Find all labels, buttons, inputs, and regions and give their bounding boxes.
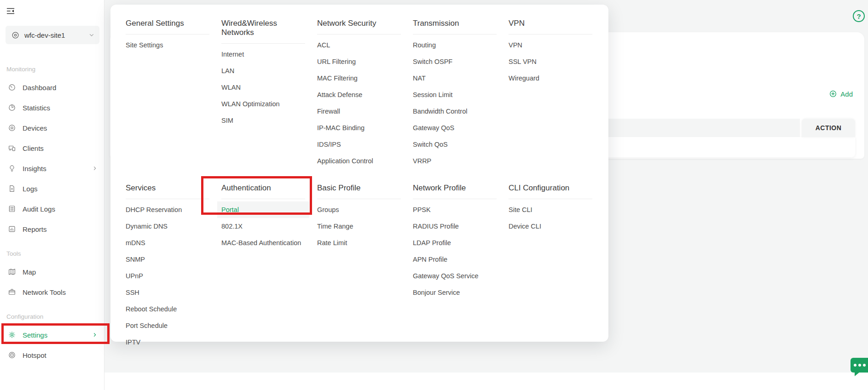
sidebar-item-label: Statistics <box>23 104 50 112</box>
lightbulb-icon <box>8 164 16 172</box>
menu-item-reboot-schedule[interactable]: Reboot Schedule <box>126 301 209 317</box>
sidebar-item-statistics[interactable]: Statistics <box>0 98 104 118</box>
sidebar-item-insights[interactable]: Insights <box>0 158 104 178</box>
menu-item-acl[interactable]: ACL <box>317 37 401 53</box>
menu-item-portal[interactable]: Portal <box>217 201 309 218</box>
chevron-down-icon <box>88 32 95 38</box>
menu-item-radius-profile[interactable]: RADIUS Profile <box>413 218 497 235</box>
menu-item-switch-qos[interactable]: Switch QoS <box>413 136 497 153</box>
help-glyph: ? <box>856 12 861 20</box>
menu-group-title: Network Security <box>317 17 401 34</box>
menu-item-vrrp[interactable]: VRRP <box>413 153 497 169</box>
menu-item-mac-filtering[interactable]: MAC Filtering <box>317 70 401 86</box>
menu-item-mdns[interactable]: mDNS <box>126 235 209 251</box>
menu-item-mac-based-authentication[interactable]: MAC-Based Authentication <box>221 235 305 251</box>
add-label: Add <box>840 90 853 98</box>
sidebar-item-reports[interactable]: Reports <box>0 219 104 239</box>
section-label-tools: Tools <box>6 250 104 257</box>
menu-item-gateway-qos-service[interactable]: Gateway QoS Service <box>413 268 497 284</box>
menu-group-title: General Settings <box>126 17 209 34</box>
menu-item-lan[interactable]: LAN <box>221 63 305 79</box>
menu-item-port-schedule[interactable]: Port Schedule <box>126 317 209 334</box>
site-icon <box>11 31 20 40</box>
menu-item-rate-limit[interactable]: Rate Limit <box>317 235 401 251</box>
add-button[interactable]: Add <box>829 90 853 98</box>
menu-item-wlan-optimization[interactable]: WLAN Optimization <box>221 96 305 112</box>
menu-item-vpn[interactable]: VPN <box>509 37 592 53</box>
menu-item-ssl-vpn[interactable]: SSL VPN <box>509 53 592 70</box>
menu-group-transmission: Transmission Routing Switch OSPF NAT Ses… <box>413 17 509 182</box>
site-name: wfc-dev-site1 <box>24 31 88 39</box>
menu-group-title: Services <box>126 182 209 199</box>
menu-item-session-limit[interactable]: Session Limit <box>413 86 497 103</box>
menu-item-nat[interactable]: NAT <box>413 70 497 86</box>
menu-item-apn-profile[interactable]: APN Profile <box>413 251 497 268</box>
sidebar-item-map[interactable]: Map <box>0 262 104 282</box>
chat-bubble-tail <box>855 372 860 376</box>
sidebar-item-clients[interactable]: Clients <box>0 138 104 158</box>
sidebar-item-label: Settings <box>23 331 47 339</box>
gear-icon <box>8 331 16 339</box>
menu-item-application-control[interactable]: Application Control <box>317 153 401 169</box>
client-devices-icon <box>8 144 16 152</box>
menu-item-time-range[interactable]: Time Range <box>317 218 401 235</box>
menu-group-wired-wireless-networks: Wired&Wireless Networks Internet LAN WLA… <box>221 17 317 182</box>
menu-item-firewall[interactable]: Firewall <box>317 103 401 120</box>
menu-item-sim[interactable]: SIM <box>221 112 305 129</box>
sidebar-item-label: Network Tools <box>23 288 66 296</box>
sidebar-item-label: Hotspot <box>23 351 46 359</box>
menu-item-groups[interactable]: Groups <box>317 201 401 218</box>
sidebar-item-label: Map <box>23 268 36 276</box>
map-icon <box>8 268 16 276</box>
menu-item-ppsk[interactable]: PPSK <box>413 201 497 218</box>
menu-item-gateway-qos[interactable]: Gateway QoS <box>413 120 497 136</box>
sidebar-item-audit-logs[interactable]: Audit Logs <box>0 199 104 219</box>
menu-item-url-filtering[interactable]: URL Filtering <box>317 53 401 70</box>
menu-item-bonjour-service[interactable]: Bonjour Service <box>413 284 497 301</box>
menu-item-wlan[interactable]: WLAN <box>221 79 305 96</box>
menu-item-site-cli[interactable]: Site CLI <box>509 201 592 218</box>
menu-item-bandwidth-control[interactable]: Bandwidth Control <box>413 103 497 120</box>
menu-group-vpn: VPN VPN SSL VPN Wireguard <box>509 17 604 182</box>
menu-item-ids-ips[interactable]: IDS/IPS <box>317 136 401 153</box>
bar-chart-icon <box>8 225 16 233</box>
sidebar-item-hotspot[interactable]: Hotspot <box>0 345 104 365</box>
menu-item-site-settings[interactable]: Site Settings <box>126 37 209 53</box>
list-box-icon <box>8 205 16 213</box>
menu-item-routing[interactable]: Routing <box>413 37 497 53</box>
chat-dot <box>858 364 861 367</box>
sidebar-item-devices[interactable]: Devices <box>0 118 104 138</box>
sidebar-item-network-tools[interactable]: Network Tools <box>0 282 104 302</box>
menu-item-wireguard[interactable]: Wireguard <box>509 70 592 86</box>
section-label-configuration: Configuration <box>6 313 104 320</box>
site-selector[interactable]: wfc-dev-site1 <box>6 26 99 44</box>
menu-item-ldap-profile[interactable]: LDAP Profile <box>413 235 497 251</box>
menu-item-snmp[interactable]: SNMP <box>126 251 209 268</box>
chevron-right-icon <box>92 166 98 171</box>
menu-group-authentication: Authentication Portal 802.1X MAC-Based A… <box>221 182 317 350</box>
menu-item-attack-defense[interactable]: Attack Defense <box>317 86 401 103</box>
menu-item-device-cli[interactable]: Device CLI <box>509 218 592 235</box>
help-icon[interactable]: ? <box>853 10 865 22</box>
menu-item-ssh[interactable]: SSH <box>126 284 209 301</box>
menu-group-title: Transmission <box>413 17 497 34</box>
menu-group-general-settings: General Settings Site Settings <box>126 17 221 182</box>
menu-item-upnp[interactable]: UPnP <box>126 268 209 284</box>
menu-item-ip-mac-binding[interactable]: IP-MAC Binding <box>317 120 401 136</box>
device-disc-icon <box>8 124 16 132</box>
sidebar-item-logs[interactable]: Logs <box>0 178 104 199</box>
menu-group-title: VPN <box>509 17 592 34</box>
menu-item-dhcp-reservation[interactable]: DHCP Reservation <box>126 201 209 218</box>
sidebar-item-label: Insights <box>23 165 46 172</box>
section-label-monitoring: Monitoring <box>6 66 104 73</box>
menu-item-internet[interactable]: Internet <box>221 46 305 63</box>
chat-bubble-icon[interactable] <box>851 358 868 373</box>
sidebar-item-dashboard[interactable]: Dashboard <box>0 77 104 98</box>
menu-item-switch-ospf[interactable]: Switch OSPF <box>413 53 497 70</box>
menu-item-8021x[interactable]: 802.1X <box>221 218 305 235</box>
sidebar-item-settings[interactable]: Settings <box>0 325 104 345</box>
menu-item-iptv[interactable]: IPTV <box>126 334 209 350</box>
chat-dot <box>854 364 856 367</box>
collapse-menu-icon[interactable] <box>6 6 15 16</box>
menu-item-dynamic-dns[interactable]: Dynamic DNS <box>126 218 209 235</box>
